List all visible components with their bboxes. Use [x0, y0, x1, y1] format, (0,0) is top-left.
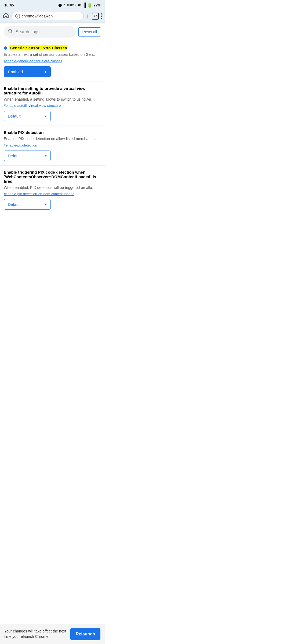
flag-title-row: Generic Sensor Extra Classes [4, 45, 101, 50]
flag-title: Enable PIX detection [4, 130, 44, 135]
signal-icon: ▐ [83, 3, 86, 8]
battery-icon: 🔋 [87, 3, 92, 8]
flag-description: Enables PIX code detection on allow-list… [4, 136, 101, 142]
flag-title-row: Enable PIX detection [4, 130, 101, 135]
chevron-down-icon: ▾ [45, 153, 47, 158]
bluetooth-icon: ⬤ [58, 3, 62, 7]
info-icon: i [15, 14, 20, 19]
status-icons: ⬤ 2.00 KB/S 4G ▐ 🔋 99% [58, 3, 100, 8]
flag-item: Enable triggering PIX code detection whe… [0, 166, 105, 214]
address-bar[interactable]: i chrome://flags/#en [11, 12, 84, 20]
new-tab-button[interactable]: + [86, 12, 90, 20]
flag-description: When enabled, PIX detection will be trig… [4, 185, 101, 191]
browser-toolbar: i chrome://flags/#en + 77 [0, 10, 105, 23]
flag-dropdown-default[interactable]: Default ▾ [4, 199, 51, 210]
flag-dropdown-default[interactable]: Default ▾ [4, 111, 51, 121]
flag-title: Generic Sensor Extra Classes [9, 45, 67, 50]
flag-dropdown-value: Enabled [8, 69, 23, 74]
search-icon [8, 29, 13, 35]
search-input-wrapper[interactable] [4, 26, 76, 38]
flag-anchor-link[interactable]: #enable-autofill-virtual-view-structure [4, 104, 101, 108]
more-menu-button[interactable] [101, 13, 102, 19]
search-section: Reset all [0, 23, 105, 41]
flag-title: Enable the setting to provide a virtual … [4, 86, 101, 95]
flag-description: When enabled, a setting allows to switch… [4, 97, 101, 102]
battery-level: 99% [93, 3, 100, 7]
tab-count-button[interactable]: 77 [92, 13, 99, 20]
status-time: 10:45 [4, 3, 14, 7]
svg-point-0 [101, 13, 102, 14]
svg-point-1 [101, 16, 102, 17]
network-speed: 2.00 KB/S [63, 4, 75, 7]
home-button[interactable] [3, 12, 9, 20]
flag-title: Enable triggering PIX code detection whe… [4, 170, 101, 184]
flags-content: Reset all Generic Sensor Extra Classes E… [0, 23, 105, 236]
flag-title-row: Enable triggering PIX code detection whe… [4, 170, 101, 184]
flag-dropdown-enabled[interactable]: Enabled ▾ [4, 66, 51, 77]
flag-description: Enables an extra set of sensor classes b… [4, 52, 101, 57]
network-type: 4G [78, 4, 81, 7]
address-text: chrome://flags/#en [22, 14, 80, 18]
search-input[interactable] [16, 30, 71, 34]
flag-dropdown-value: Default [8, 114, 21, 118]
flag-dropdown-value: Default [8, 202, 21, 207]
flag-anchor-link[interactable]: #enable-pix-detection [4, 143, 101, 147]
status-bar: 10:45 ⬤ 2.00 KB/S 4G ▐ 🔋 99% [0, 0, 105, 10]
chevron-down-icon: ▾ [45, 114, 47, 118]
flag-item: Enable the setting to provide a virtual … [0, 82, 105, 126]
flag-anchor-link[interactable]: #enable-pix-detection-on-dom-content-loa… [4, 192, 101, 196]
svg-point-2 [101, 18, 102, 19]
reset-all-button[interactable]: Reset all [78, 27, 101, 36]
chevron-down-icon: ▾ [45, 202, 47, 207]
flag-dropdown-default[interactable]: Default ▾ [4, 151, 51, 161]
flag-item: Generic Sensor Extra Classes Enables an … [0, 41, 105, 82]
flag-active-dot [4, 46, 7, 50]
svg-line-4 [11, 32, 13, 33]
flag-title-row: Enable the setting to provide a virtual … [4, 86, 101, 95]
flag-anchor-link[interactable]: #enable-generic-sensor-extra-classes [4, 59, 101, 63]
chevron-down-icon: ▾ [45, 69, 46, 74]
flag-dropdown-value: Default [8, 153, 21, 158]
flag-item: Enable PIX detection Enables PIX code de… [0, 126, 105, 166]
